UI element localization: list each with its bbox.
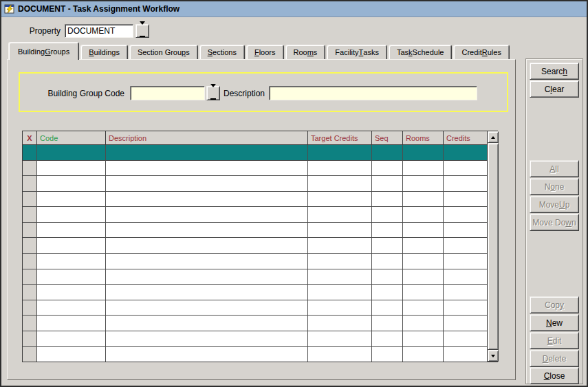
move-up-button[interactable]: Move Up: [530, 196, 579, 213]
table-cell: [308, 161, 372, 176]
table-cell: [372, 254, 403, 269]
delete-button[interactable]: Delete: [530, 350, 579, 367]
app-icon: [4, 3, 15, 14]
table-cell: [37, 176, 106, 191]
table-row[interactable]: [23, 238, 487, 254]
scroll-down-button[interactable]: [488, 350, 499, 362]
table-cell: [403, 176, 444, 191]
table-cell: [37, 347, 106, 362]
table-cell: [372, 316, 403, 331]
building-group-code-label: Building Group Code: [20, 89, 124, 98]
window-title: DOCUMENT - Task Assignment Workflow: [18, 4, 179, 14]
table-cell: [308, 223, 372, 238]
table-cell: [37, 254, 106, 269]
table-row[interactable]: [23, 207, 487, 223]
tab-building-groups[interactable]: Building Groups: [8, 42, 79, 60]
table-cell: [106, 176, 308, 191]
tab-buildings[interactable]: Buildings: [80, 45, 128, 59]
table-cell: [372, 347, 403, 362]
tab-floors[interactable]: Floors: [246, 45, 284, 59]
grid-vertical-scrollbar[interactable]: [487, 131, 499, 362]
table-cell: [444, 223, 487, 238]
search-button[interactable]: Search: [530, 63, 579, 80]
table-row[interactable]: [23, 316, 487, 331]
table-row[interactable]: [23, 145, 487, 161]
table-cell: [106, 207, 308, 222]
table-cell: [37, 285, 106, 300]
table-row[interactable]: [23, 223, 487, 239]
table-cell: [308, 269, 372, 285]
property-input[interactable]: [65, 24, 133, 38]
description-input[interactable]: [269, 86, 477, 100]
table-cell: [372, 161, 403, 176]
table-cell: [37, 223, 106, 238]
tab-strip: Building GroupsBuildingsSection GroupsSe…: [8, 42, 511, 60]
table-cell: [23, 145, 37, 160]
table-row[interactable]: [23, 192, 487, 208]
tab-task-schedule[interactable]: Task Schedule: [389, 45, 453, 59]
table-cell: [372, 331, 403, 346]
side-button-panel: SearchClearAllNoneMove UpMove DownCopyNe…: [525, 58, 583, 384]
table-cell: [444, 161, 487, 176]
table-cell: [106, 347, 308, 362]
table-cell: [106, 269, 308, 285]
tab-facility-tasks[interactable]: Facility Tasks: [327, 45, 387, 59]
table-cell: [308, 176, 372, 191]
table-cell: [23, 192, 37, 207]
table-cell: [403, 285, 444, 300]
table-cell: [372, 192, 403, 207]
edit-button[interactable]: Edit: [530, 332, 579, 349]
new-button[interactable]: New: [530, 314, 579, 331]
table-row[interactable]: [23, 300, 487, 316]
move-down-button[interactable]: Move Down: [530, 214, 579, 231]
table-row[interactable]: [23, 331, 487, 347]
building-group-code-input[interactable]: [130, 86, 205, 100]
all-button[interactable]: All: [530, 160, 579, 177]
table-cell: [308, 207, 372, 222]
table-cell: [106, 285, 308, 300]
table-cell: [23, 269, 37, 285]
table-cell: [23, 285, 37, 300]
table-cell: [23, 347, 37, 362]
table-cell: [308, 238, 372, 253]
table-cell: [444, 238, 487, 253]
scrollbar-thumb[interactable]: [488, 143, 499, 350]
property-dropdown-button[interactable]: [135, 24, 149, 38]
table-row[interactable]: [23, 161, 487, 177]
table-cell: [444, 207, 487, 222]
scroll-up-button[interactable]: [488, 131, 499, 143]
close-button[interactable]: Close: [530, 367, 579, 384]
column-header-credits: Credits: [444, 131, 487, 144]
clear-button[interactable]: Clear: [530, 80, 579, 98]
table-cell: [106, 316, 308, 331]
tab-section-groups[interactable]: Section Groups: [129, 45, 198, 59]
table-row[interactable]: [23, 254, 487, 269]
grid-main: XCodeDescriptionTarget CreditsSeqRoomsCr…: [23, 131, 487, 362]
table-cell: [372, 269, 403, 285]
table-cell: [308, 347, 372, 362]
building-group-code-dropdown-button[interactable]: [206, 86, 220, 100]
table-cell: [23, 161, 37, 176]
copy-button[interactable]: Copy: [530, 296, 579, 313]
table-cell: [308, 254, 372, 269]
combo-arrow-icon: [140, 25, 145, 37]
table-row[interactable]: [23, 176, 487, 192]
tab-rooms[interactable]: Rooms: [285, 45, 326, 59]
table-cell: [37, 269, 106, 285]
table-row[interactable]: [23, 269, 487, 285]
column-header-seq: Seq: [372, 131, 403, 144]
table-cell: [37, 238, 106, 253]
table-cell: [37, 331, 106, 346]
table-cell: [37, 161, 106, 176]
table-cell: [403, 207, 444, 222]
none-button[interactable]: None: [530, 178, 579, 195]
table-cell: [23, 238, 37, 253]
table-cell: [444, 316, 487, 331]
tab-sections[interactable]: Sections: [199, 45, 245, 59]
table-row[interactable]: [23, 285, 487, 300]
table-cell: [372, 285, 403, 300]
table-row[interactable]: [23, 347, 487, 362]
column-header-code: Code: [37, 131, 106, 144]
tab-credit-rules[interactable]: Credit Rules: [453, 45, 509, 59]
table-cell: [403, 223, 444, 238]
